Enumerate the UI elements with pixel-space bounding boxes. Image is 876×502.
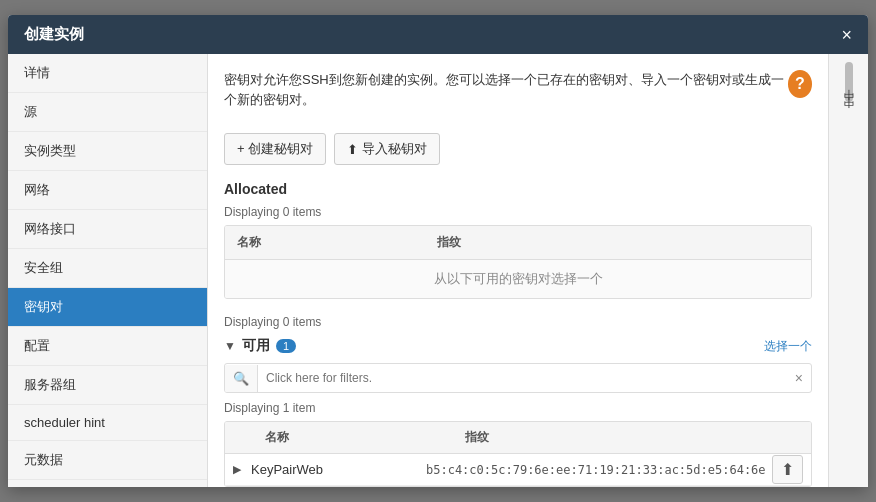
sidebar-item-security-group[interactable]: 安全组: [8, 249, 207, 288]
select-one-button[interactable]: 选择一个: [764, 338, 812, 355]
info-row: 密钥对允许您SSH到您新创建的实例。您可以选择一个已存在的密钥对、导入一个密钥对…: [224, 70, 812, 121]
available-title-row: ▼ 可用 1: [224, 337, 296, 355]
sidebar-item-server-group[interactable]: 服务器组: [8, 366, 207, 405]
import-keypair-button[interactable]: ⬆ 导入秘钥对: [334, 133, 440, 165]
sidebar-item-config[interactable]: 配置: [8, 327, 207, 366]
modal-close-button[interactable]: ×: [841, 26, 852, 44]
available-col-fingerprint: 指纹: [453, 422, 761, 453]
available-title: 可用: [242, 337, 270, 355]
available-table: 名称 指纹 ▶ KeyPairWeb b5:c4:c0:5c:79:6e:ee:…: [224, 421, 812, 487]
available-table-header: 名称 指纹: [225, 422, 811, 454]
allocated-table-header: 名称 指纹: [225, 226, 811, 260]
row-expand-icon[interactable]: ▶: [225, 455, 247, 484]
main-content: 密钥对允许您SSH到您新创建的实例。您可以选择一个已存在的密钥对、导入一个密钥对…: [208, 54, 828, 487]
keypair-fingerprint: b5:c4:c0:5c:79:6e:ee:71:19:21:33:ac:5d:e…: [422, 455, 772, 485]
create-keypair-button[interactable]: + 创建秘钥对: [224, 133, 326, 165]
sidebar: 详情 源 实例类型 网络 网络接口 安全组 密钥对 配置 服务器组 schedu…: [8, 54, 208, 487]
right-status-strip: 中 中: [828, 54, 868, 487]
filter-clear-button[interactable]: ×: [787, 364, 811, 392]
info-text: 密钥对允许您SSH到您新创建的实例。您可以选择一个已存在的密钥对、导入一个密钥对…: [224, 70, 788, 109]
allocated-col-name: 名称: [225, 226, 425, 259]
action-buttons: + 创建秘钥对 ⬆ 导入秘钥对: [224, 133, 812, 165]
keypair-allocate-button[interactable]: ⬆: [772, 455, 803, 484]
sidebar-item-source[interactable]: 源: [8, 93, 207, 132]
sidebar-item-instance-type[interactable]: 实例类型: [8, 132, 207, 171]
modal-header: 创建实例 ×: [8, 15, 868, 54]
available-badge: 1: [276, 339, 296, 353]
available-count: Displaying 1 item: [224, 401, 812, 415]
available-col-name: 名称: [253, 422, 453, 453]
allocated-table: 名称 指纹 从以下可用的密钥对选择一个: [224, 225, 812, 299]
sidebar-item-network-interface[interactable]: 网络接口: [8, 210, 207, 249]
chevron-down-icon: ▼: [224, 339, 236, 353]
available-header: ▼ 可用 1 选择一个: [224, 337, 812, 355]
sidebar-item-scheduler-hint[interactable]: scheduler hint: [8, 405, 207, 441]
allocated-title: Allocated: [224, 181, 812, 197]
sidebar-item-keypair[interactable]: 密钥对: [8, 288, 207, 327]
help-button[interactable]: ?: [788, 70, 812, 98]
search-icon: 🔍: [225, 365, 258, 392]
sidebar-item-details[interactable]: 详情: [8, 54, 207, 93]
import-icon: ⬆: [347, 142, 358, 157]
filter-row: 🔍 ×: [224, 363, 812, 393]
sidebar-item-network[interactable]: 网络: [8, 171, 207, 210]
modal-title: 创建实例: [24, 25, 84, 44]
allocated-empty-row: 从以下可用的密钥对选择一个: [225, 260, 811, 298]
modal-body: 详情 源 实例类型 网络 网络接口 安全组 密钥对 配置 服务器组 schedu…: [8, 54, 868, 487]
filter-input[interactable]: [258, 365, 787, 391]
keypair-name: KeyPairWeb: [247, 454, 422, 485]
allocated-col-fingerprint: 指纹: [425, 226, 811, 259]
sidebar-item-metadata[interactable]: 元数据: [8, 441, 207, 480]
scrollbar-indicator[interactable]: [845, 62, 853, 102]
table-row: ▶ KeyPairWeb b5:c4:c0:5c:79:6e:ee:71:19:…: [225, 454, 811, 486]
allocated-count: Displaying 0 items: [224, 205, 812, 219]
available-section: ▼ 可用 1 选择一个 🔍 × Displaying 1 item: [224, 337, 812, 487]
allocated-count2: Displaying 0 items: [224, 315, 812, 329]
import-keypair-label: 导入秘钥对: [362, 140, 427, 158]
